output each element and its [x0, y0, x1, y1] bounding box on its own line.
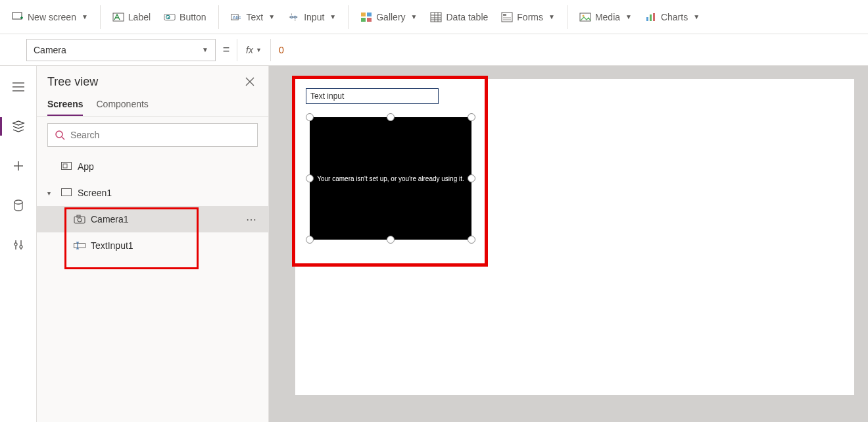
- forms-icon: [501, 11, 513, 23]
- formula-bar: Camera ▼ = fx ▼ 0: [0, 34, 868, 66]
- chevron-down-icon: ▼: [256, 47, 262, 53]
- charts-icon: [645, 11, 657, 23]
- camera-message: Your camera isn't set up, or you're alre…: [317, 175, 464, 182]
- tree-node-label: App: [78, 161, 94, 172]
- text-button[interactable]: Abc Text ▼: [224, 5, 282, 29]
- input-button[interactable]: Input ▼: [281, 5, 343, 29]
- left-rail: [0, 66, 37, 422]
- charts-button[interactable]: Charts ▼: [639, 5, 706, 29]
- svg-point-30: [78, 218, 82, 222]
- chevron-down-icon: ▼: [202, 46, 208, 53]
- control-textinput[interactable]: Text input: [306, 88, 439, 104]
- svg-rect-0: [12, 13, 22, 19]
- new-screen-button[interactable]: New screen ▼: [5, 5, 95, 29]
- tree-node-screen1[interactable]: ▾ Screen1: [37, 180, 268, 206]
- chevron-down-icon: ▼: [411, 13, 418, 20]
- rail-tree-view[interactable]: [5, 113, 32, 140]
- tree-node-label: Screen1: [78, 188, 112, 198]
- svg-point-24: [20, 246, 22, 248]
- formula-value: 0: [279, 45, 284, 55]
- app-icon: [60, 161, 72, 172]
- svg-text:Abc: Abc: [232, 14, 241, 20]
- textinput-value: Text input: [310, 92, 344, 101]
- fx-button[interactable]: fx ▼: [237, 39, 271, 61]
- button-icon: [164, 11, 176, 23]
- textinput-icon: [74, 240, 85, 251]
- svg-rect-20: [650, 14, 652, 21]
- svg-rect-27: [63, 164, 67, 168]
- svg-point-22: [14, 200, 22, 204]
- data-table-icon: [430, 11, 442, 23]
- media-label: Media: [595, 12, 620, 22]
- resize-handle[interactable]: [306, 113, 314, 121]
- close-panel-button[interactable]: [242, 74, 258, 90]
- chevron-down-icon: ▼: [693, 13, 700, 20]
- svg-rect-15: [503, 17, 511, 18]
- button-button[interactable]: Button: [157, 5, 212, 29]
- svg-rect-10: [361, 18, 366, 22]
- formula-input[interactable]: 0: [271, 39, 868, 61]
- chevron-down-icon: ▾: [47, 190, 55, 197]
- chevron-down-icon: ▼: [329, 13, 336, 20]
- property-selector[interactable]: Camera ▼: [26, 39, 216, 61]
- resize-handle[interactable]: [468, 174, 475, 182]
- data-table-label: Data table: [446, 12, 488, 22]
- label-button[interactable]: Label: [106, 5, 157, 29]
- resize-handle[interactable]: [387, 236, 395, 244]
- camera-preview: Your camera isn't set up, or you're alre…: [310, 117, 471, 240]
- label-icon: [112, 11, 124, 23]
- tree-node-camera1[interactable]: Camera1 ⋯: [37, 206, 268, 232]
- canvas-area: Text input Your camera isn't set up, or …: [269, 66, 868, 422]
- rail-hamburger[interactable]: [5, 74, 32, 100]
- input-icon: [288, 11, 300, 23]
- button-label: Button: [180, 12, 206, 22]
- panel-title: Tree view: [47, 75, 98, 89]
- forms-button[interactable]: Forms ▼: [494, 5, 562, 29]
- svg-point-25: [56, 131, 62, 138]
- chevron-down-icon: ▼: [268, 13, 275, 20]
- svg-rect-16: [503, 19, 511, 20]
- separator: [348, 5, 349, 29]
- label-label: Label: [128, 12, 151, 22]
- svg-rect-14: [503, 14, 506, 16]
- search-box[interactable]: [47, 123, 258, 147]
- resize-handle[interactable]: [387, 113, 395, 121]
- rail-insert[interactable]: [5, 153, 32, 179]
- canvas[interactable]: Text input Your camera isn't set up, or …: [295, 79, 854, 395]
- text-icon: Abc: [231, 11, 243, 23]
- tab-components[interactable]: Components: [96, 95, 148, 116]
- svg-rect-32: [74, 244, 85, 248]
- separator: [567, 5, 567, 29]
- charts-label: Charts: [661, 12, 688, 22]
- search-input[interactable]: [70, 130, 251, 140]
- tree-node-textinput1[interactable]: TextInput1: [37, 232, 268, 259]
- svg-rect-19: [646, 17, 648, 21]
- camera-icon: [74, 213, 85, 225]
- panel-tabs: Screens Components: [37, 95, 268, 117]
- data-table-button[interactable]: Data table: [423, 5, 494, 29]
- chevron-down-icon: ▼: [82, 13, 88, 20]
- tab-screens[interactable]: Screens: [47, 95, 83, 116]
- forms-label: Forms: [517, 12, 543, 22]
- ribbon: New screen ▼ Label Button Abc Text ▼: [0, 0, 868, 34]
- rail-data[interactable]: [5, 192, 32, 219]
- separator: [100, 5, 101, 29]
- text-label: Text: [247, 12, 264, 22]
- rail-advanced-tools[interactable]: [5, 232, 32, 258]
- tree-node-app[interactable]: App: [37, 153, 268, 180]
- resize-handle[interactable]: [468, 113, 475, 121]
- resize-handle[interactable]: [306, 174, 314, 182]
- property-name: Camera: [34, 45, 66, 55]
- control-camera-selected[interactable]: Your camera isn't set up, or you're alre…: [306, 113, 475, 244]
- input-label: Input: [304, 12, 324, 22]
- resize-handle[interactable]: [468, 236, 475, 244]
- resize-handle[interactable]: [306, 236, 314, 244]
- more-options-button[interactable]: ⋯: [246, 213, 258, 226]
- tree-view-panel: Tree view Screens Components A: [37, 66, 269, 422]
- gallery-button[interactable]: Gallery ▼: [354, 5, 423, 29]
- svg-point-23: [14, 243, 17, 246]
- chevron-down-icon: ▼: [625, 13, 632, 20]
- media-button[interactable]: Media ▼: [573, 5, 639, 29]
- main-area: Tree view Screens Components A: [0, 66, 868, 422]
- tree-node-label: TextInput1: [91, 240, 133, 251]
